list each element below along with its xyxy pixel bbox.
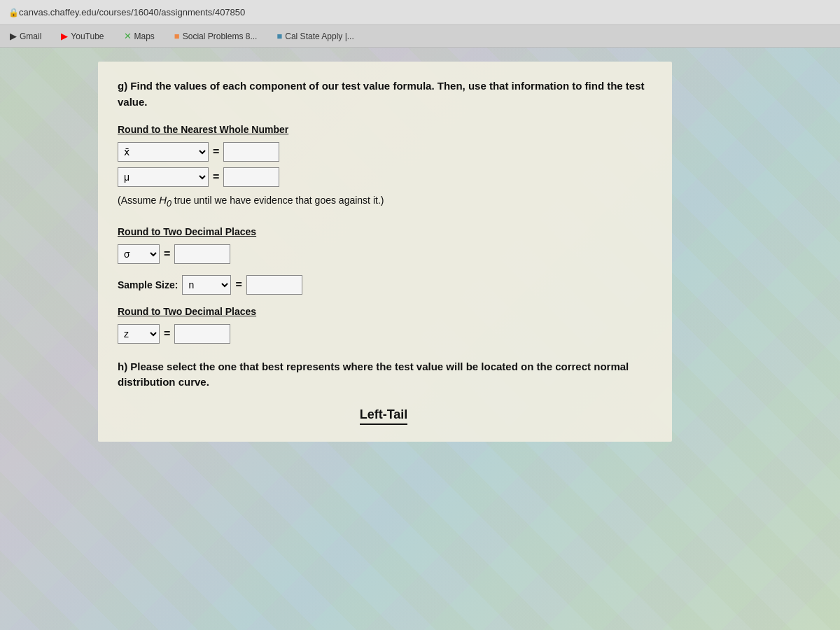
sigma-dropdown[interactable]: σ [118,244,160,264]
tab-gmail[interactable]: ▶ Gmail [6,28,46,44]
tab-maps-label: Maps [134,31,155,41]
tab-gmail-label: Gmail [20,31,41,41]
n-input[interactable] [246,275,302,295]
url-text: canvas.chaffey.edu/courses/16040/assignm… [19,7,245,18]
lock-icon: 🔒 [8,8,19,18]
mu-input[interactable] [223,167,279,187]
xbar-equals: = [213,146,219,158]
n-dropdown[interactable]: n [182,275,231,295]
tab-calstate-label: Cal State Apply |... [285,31,354,41]
main-content-box: g) Find the values of each component of … [98,62,672,442]
gmail-icon: ▶ [10,31,17,41]
z-row: z = [118,324,650,344]
section1-label: Round to the Nearest Whole Number [118,124,650,135]
question-g-text: g) Find the values of each component of … [118,78,650,110]
n-equals: = [235,279,241,291]
calstate-icon: ■ [276,31,282,41]
z-equals: = [164,328,170,340]
content-area: g) Find the values of each component of … [0,48,840,630]
question-h-text: h) Please select the one that best repre… [118,359,650,391]
assume-text: (Assume H0 true until we have evidence t… [118,192,650,211]
left-tail-label: Left-Tail [360,407,408,425]
sample-size-row: Sample Size: n = [118,275,650,295]
section2-label: Round to Two Decimal Places [118,226,650,237]
tab-calstate[interactable]: ■ Cal State Apply |... [272,28,358,44]
tab-youtube-label: YouTube [71,31,104,41]
social-icon: ■ [174,31,180,41]
h0-symbol: H0 [159,194,172,206]
tab-maps[interactable]: ✕ Maps [120,28,159,44]
mu-dropdown[interactable]: μ [118,167,209,187]
xbar-input[interactable] [223,142,279,162]
section3-label: Round to Two Decimal Places [118,306,650,317]
z-input[interactable] [174,324,230,344]
xbar-row: x̄ = [118,142,650,162]
tab-social[interactable]: ■ Social Problems 8... [170,28,262,44]
browser-address-bar: 🔒 canvas.chaffey.edu/courses/16040/assig… [0,0,840,25]
sigma-row: σ = [118,244,650,264]
sample-size-label: Sample Size: [118,279,178,290]
sigma-equals: = [164,248,170,260]
sigma-input[interactable] [174,244,230,264]
left-tail-container: Left-Tail [118,402,650,425]
tab-youtube[interactable]: ▶ YouTube [57,28,108,44]
youtube-icon: ▶ [61,31,68,41]
xbar-dropdown[interactable]: x̄ [118,142,209,162]
mu-row: μ = [118,167,650,187]
mu-equals: = [213,171,219,183]
z-dropdown[interactable]: z [118,324,160,344]
tabs-bar: ▶ Gmail ▶ YouTube ✕ Maps ■ Social Proble… [0,25,840,48]
tab-social-label: Social Problems 8... [183,31,258,41]
maps-icon: ✕ [124,31,132,41]
